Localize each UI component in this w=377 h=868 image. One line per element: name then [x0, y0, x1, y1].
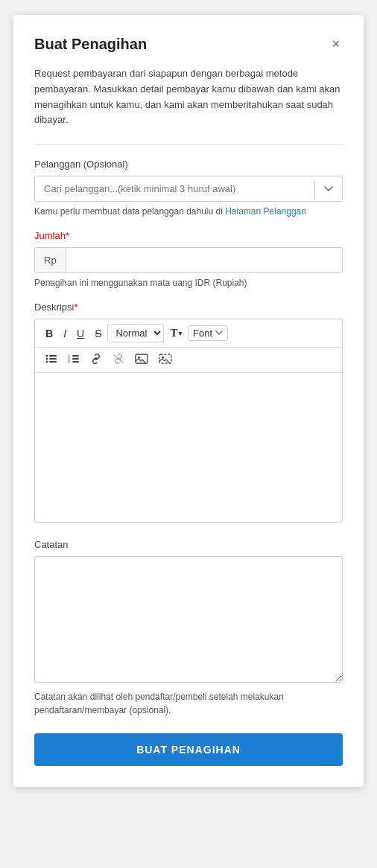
modal-container: Buat Penagihan × Request pembayaran dari… [13, 15, 364, 787]
bold-button[interactable]: B [41, 325, 57, 342]
amount-input-wrapper: Rp [34, 247, 343, 273]
link-button[interactable] [86, 351, 107, 368]
amount-prefix: Rp [35, 248, 66, 272]
italic-button[interactable]: I [59, 325, 71, 342]
bullet-list-button[interactable] [41, 351, 62, 368]
notes-textarea[interactable] [34, 556, 343, 683]
svg-rect-3 [49, 358, 57, 360]
svg-text:3.: 3. [68, 360, 71, 364]
svg-point-4 [46, 361, 48, 363]
close-button[interactable]: × [329, 36, 343, 52]
font-select-wrapper[interactable]: Font [188, 325, 228, 341]
modal-title: Buat Penagihan [34, 36, 147, 53]
svg-rect-13 [136, 354, 148, 363]
editor-toolbar-row2: 1. 2. 3. [35, 348, 342, 373]
svg-point-14 [138, 357, 140, 359]
ordered-list-button[interactable]: 1. 2. 3. [63, 351, 84, 368]
underline-button[interactable]: U [72, 325, 89, 342]
svg-rect-5 [49, 361, 57, 363]
svg-rect-7 [72, 355, 79, 357]
svg-point-2 [46, 358, 48, 360]
editor-toolbar-row1: B I U S Normal T▾ Font [35, 319, 342, 348]
amount-input[interactable] [66, 248, 342, 272]
amount-label: Jumlah* [34, 230, 343, 241]
text-style-button[interactable]: T▾ [165, 325, 186, 342]
strikethrough-button[interactable]: S [90, 325, 106, 342]
svg-point-16 [162, 357, 164, 359]
description-label: Deskripsi* [34, 301, 343, 313]
divider [34, 144, 343, 145]
notes-hint: Catatan akan dilihat oleh pendaftar/pemb… [34, 690, 343, 717]
submit-button[interactable]: BUAT PENAGIHAN [34, 733, 343, 766]
font-select-label: Font [193, 328, 212, 339]
svg-rect-1 [49, 355, 57, 357]
customer-page-link[interactable]: Halaman Pelanggan [225, 206, 306, 217]
customer-dropdown-arrow[interactable] [314, 179, 342, 199]
customer-select-wrapper [34, 176, 343, 202]
customer-label: Pelanggan (Opsional) [34, 159, 343, 170]
image-upload-button[interactable] [130, 351, 153, 369]
unlink-button[interactable] [108, 351, 129, 368]
notes-label: Catatan [34, 539, 343, 550]
modal-header: Buat Penagihan × [34, 36, 343, 53]
svg-rect-11 [72, 361, 79, 363]
style-select[interactable]: Normal [107, 324, 164, 342]
description-editor-body[interactable] [35, 373, 342, 522]
customer-hint: Kamu perlu membuat data pelanggan dahulu… [34, 206, 343, 217]
svg-rect-15 [159, 354, 171, 363]
customer-search-input[interactable] [35, 176, 314, 201]
t-icon: T▾ [170, 327, 182, 339]
modal-description: Request pembayaran dari siapapun dengan … [34, 66, 343, 128]
amount-hint: Penagihan ini menggunakan mata uang IDR … [34, 278, 343, 288]
image-url-button[interactable] [154, 351, 177, 369]
svg-rect-9 [72, 358, 79, 360]
svg-point-0 [46, 355, 48, 357]
description-editor: B I U S Normal T▾ Font [34, 319, 343, 523]
